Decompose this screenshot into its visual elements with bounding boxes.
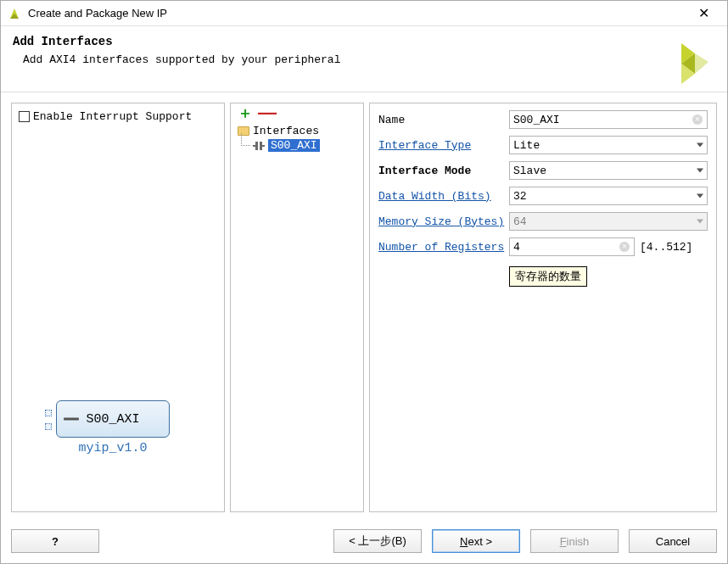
tree-root[interactable]: Interfaces [236, 124, 358, 138]
interface-mode-select[interactable]: Slave [509, 161, 708, 180]
finish-mnemonic: F [560, 535, 567, 548]
tree-root-label: Interfaces [253, 125, 319, 137]
interface-tree-panel: ＋ — Interfaces S00_AXI [230, 103, 364, 512]
ip-port-icon [45, 410, 52, 416]
memory-size-value: 64 [513, 215, 527, 228]
close-button[interactable]: ✕ [686, 2, 720, 25]
finish-button: Finish [530, 529, 619, 553]
window-title: Create and Package New IP [28, 7, 686, 20]
interface-type-label[interactable]: Interface Type [378, 139, 509, 152]
titlebar: Create and Package New IP ✕ [1, 1, 727, 26]
data-width-label[interactable]: Data Width (Bits) [378, 190, 509, 203]
chevron-down-icon [697, 143, 703, 148]
interface-mode-label: Interface Mode [378, 165, 509, 177]
wizard-button-bar: ? < 上一步(B) Next > Finish Cancel [11, 529, 717, 553]
ip-port-icon [45, 423, 52, 430]
name-input[interactable]: S00_AXI × [509, 110, 708, 129]
main-content: Enable Interrupt Support S00_AXI myip_v1… [11, 103, 717, 512]
chevron-down-icon [697, 194, 703, 198]
clear-icon[interactable]: × [692, 114, 703, 125]
app-icon [8, 7, 21, 20]
back-button[interactable]: < 上一步(B) [333, 529, 422, 553]
clear-icon[interactable]: × [619, 242, 630, 252]
add-interface-button[interactable]: ＋ [238, 107, 253, 119]
interface-type-select[interactable]: Lite [509, 136, 708, 154]
ip-name-label: myip_v1.0 [56, 441, 170, 455]
row-interface-type: Interface Type Lite [378, 136, 708, 154]
name-label: Name [378, 114, 509, 126]
svg-marker-5 [695, 53, 708, 74]
svg-rect-9 [262, 145, 265, 147]
preview-panel: Enable Interrupt Support S00_AXI myip_v1… [11, 103, 225, 512]
tree-item[interactable]: S00_AXI [251, 138, 358, 153]
num-registers-input[interactable]: 4 × [509, 237, 635, 256]
ip-block-preview: S00_AXI myip_v1.0 [56, 400, 170, 455]
interface-tree: Interfaces S00_AXI [236, 124, 358, 153]
finish-rest: inish [567, 535, 590, 548]
svg-rect-8 [253, 145, 255, 147]
memory-size-select: 64 [509, 212, 708, 231]
chevron-down-icon [697, 220, 703, 224]
interface-type-value: Lite [513, 139, 540, 152]
svg-rect-6 [255, 142, 258, 150]
row-interface-mode: Interface Mode Slave [378, 161, 708, 180]
annotation-callout: 寄存器的数量 [509, 266, 587, 287]
page-description: Add AXI4 interfaces supported by your pe… [23, 53, 712, 66]
data-width-value: 32 [513, 190, 527, 203]
wizard-header: Add Interfaces Add AXI4 interfaces suppo… [1, 26, 727, 92]
tree-item-label: S00_AXI [268, 139, 320, 152]
name-value: S00_AXI [513, 114, 560, 126]
page-title: Add Interfaces [13, 35, 712, 48]
row-memory-size: Memory Size (Bytes) 64 [378, 212, 708, 231]
num-registers-value: 4 [513, 241, 520, 254]
help-button[interactable]: ? [11, 529, 99, 553]
num-registers-range: [4..512] [640, 241, 692, 254]
checkbox-icon [19, 111, 30, 122]
ip-pin-icon [64, 418, 79, 421]
interface-mode-value: Slave [513, 165, 546, 177]
interface-icon [253, 141, 265, 151]
remove-interface-button[interactable]: — [258, 107, 277, 119]
cancel-button[interactable]: Cancel [629, 529, 717, 553]
row-data-width: Data Width (Bits) 32 [378, 187, 708, 205]
ip-block[interactable]: S00_AXI [56, 400, 170, 438]
next-button[interactable]: Next > [432, 529, 520, 553]
tree-toolbar: ＋ — [236, 107, 358, 120]
row-num-registers: Number of Registers 4 × [4..512] [378, 237, 708, 256]
svg-rect-7 [260, 142, 262, 150]
interface-properties-panel: Name S00_AXI × Interface Type Lite Inter… [369, 103, 717, 512]
vivado-logo-icon [664, 38, 712, 86]
enable-interrupt-label: Enable Interrupt Support [33, 110, 192, 123]
enable-interrupt-checkbox[interactable]: Enable Interrupt Support [19, 110, 219, 123]
next-mnemonic: N [460, 535, 468, 548]
chevron-down-icon [697, 169, 703, 173]
memory-size-label[interactable]: Memory Size (Bytes) [378, 215, 509, 228]
num-registers-label[interactable]: Number of Registers [378, 241, 509, 254]
row-name: Name S00_AXI × [378, 110, 708, 129]
next-rest: ext > [468, 535, 492, 548]
data-width-select[interactable]: 32 [509, 187, 708, 205]
ip-block-label: S00_AXI [86, 412, 139, 427]
